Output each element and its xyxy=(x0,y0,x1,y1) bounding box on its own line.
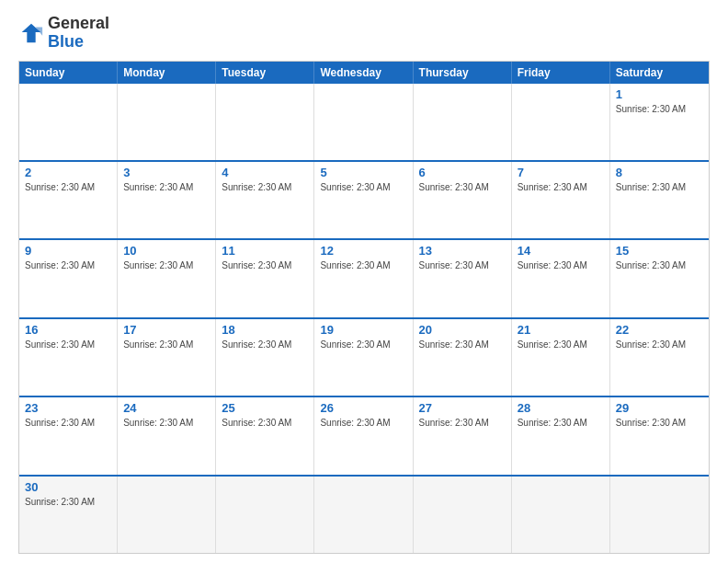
cell-sunrise-info: Sunrise: 2:30 AM xyxy=(222,260,291,270)
cell-day-number: 24 xyxy=(123,401,210,415)
cal-cell xyxy=(414,84,512,160)
svg-marker-0 xyxy=(22,24,41,43)
cell-sunrise-info: Sunrise: 2:30 AM xyxy=(320,418,390,428)
cal-cell: 27Sunrise: 2:30 AM xyxy=(414,397,512,474)
calendar-week-3: 9Sunrise: 2:30 AM10Sunrise: 2:30 AM11Sun… xyxy=(19,238,709,316)
cal-cell: 30Sunrise: 2:30 AM xyxy=(19,477,118,553)
cal-cell xyxy=(512,84,610,160)
cal-cell xyxy=(314,477,413,553)
cal-cell: 17Sunrise: 2:30 AM xyxy=(118,319,216,396)
cell-sunrise-info: Sunrise: 2:30 AM xyxy=(518,182,587,192)
cal-cell xyxy=(314,84,413,160)
cell-day-number: 18 xyxy=(222,323,308,337)
cal-cell: 20Sunrise: 2:30 AM xyxy=(414,319,512,396)
cal-cell: 28Sunrise: 2:30 AM xyxy=(512,397,610,474)
cell-day-number: 7 xyxy=(518,166,604,179)
cal-cell: 2Sunrise: 2:30 AM xyxy=(19,162,118,238)
cell-day-number: 4 xyxy=(222,166,308,179)
cal-cell: 11Sunrise: 2:30 AM xyxy=(216,240,314,316)
cell-day-number: 29 xyxy=(616,401,703,415)
cell-day-number: 14 xyxy=(518,244,604,258)
calendar-week-4: 16Sunrise: 2:30 AM17Sunrise: 2:30 AM18Su… xyxy=(19,317,709,396)
cell-day-number: 17 xyxy=(123,323,210,337)
logo: General Blue xyxy=(18,15,109,52)
cal-cell: 23Sunrise: 2:30 AM xyxy=(19,397,118,474)
cal-cell: 7Sunrise: 2:30 AM xyxy=(512,162,610,238)
cell-sunrise-info: Sunrise: 2:30 AM xyxy=(419,339,489,350)
cell-day-number: 27 xyxy=(419,401,506,415)
cal-cell xyxy=(118,84,216,160)
cal-cell: 18Sunrise: 2:30 AM xyxy=(216,319,314,396)
cell-sunrise-info: Sunrise: 2:30 AM xyxy=(616,260,686,270)
cal-cell xyxy=(216,84,314,160)
cell-sunrise-info: Sunrise: 2:30 AM xyxy=(25,260,95,270)
calendar-body: 1Sunrise: 2:30 AM2Sunrise: 2:30 AM3Sunri… xyxy=(19,84,709,553)
cal-cell: 10Sunrise: 2:30 AM xyxy=(118,240,216,316)
cal-cell: 29Sunrise: 2:30 AM xyxy=(610,397,709,474)
cal-cell: 1Sunrise: 2:30 AM xyxy=(610,84,709,160)
calendar: Sunday Monday Tuesday Wednesday Thursday… xyxy=(18,61,710,554)
cell-sunrise-info: Sunrise: 2:30 AM xyxy=(123,260,193,270)
cell-day-number: 8 xyxy=(616,166,703,179)
cell-day-number: 1 xyxy=(616,87,703,101)
cal-cell: 3Sunrise: 2:30 AM xyxy=(118,162,216,238)
cell-day-number: 21 xyxy=(518,323,604,337)
cell-day-number: 16 xyxy=(25,323,111,337)
cal-cell xyxy=(512,477,610,553)
cell-sunrise-info: Sunrise: 2:30 AM xyxy=(616,182,686,192)
header-saturday: Saturday xyxy=(610,62,709,84)
cal-cell: 12Sunrise: 2:30 AM xyxy=(314,240,413,316)
cal-cell: 8Sunrise: 2:30 AM xyxy=(610,162,709,238)
calendar-week-6: 30Sunrise: 2:30 AM xyxy=(19,475,709,553)
cell-sunrise-info: Sunrise: 2:30 AM xyxy=(222,339,291,350)
header-wednesday: Wednesday xyxy=(314,62,413,84)
cell-sunrise-info: Sunrise: 2:30 AM xyxy=(616,104,686,114)
cell-sunrise-info: Sunrise: 2:30 AM xyxy=(25,418,95,428)
cell-sunrise-info: Sunrise: 2:30 AM xyxy=(616,339,686,350)
cal-cell: 16Sunrise: 2:30 AM xyxy=(19,319,118,396)
cell-day-number: 3 xyxy=(123,166,210,179)
cal-cell: 21Sunrise: 2:30 AM xyxy=(512,319,610,396)
calendar-week-1: 1Sunrise: 2:30 AM xyxy=(19,84,709,160)
cal-cell xyxy=(414,477,512,553)
cal-cell: 22Sunrise: 2:30 AM xyxy=(610,319,709,396)
cell-sunrise-info: Sunrise: 2:30 AM xyxy=(320,260,390,270)
cell-day-number: 30 xyxy=(25,480,111,494)
cell-day-number: 28 xyxy=(518,401,604,415)
cell-day-number: 19 xyxy=(320,323,406,337)
cell-sunrise-info: Sunrise: 2:30 AM xyxy=(222,418,291,428)
cell-sunrise-info: Sunrise: 2:30 AM xyxy=(320,182,390,192)
cell-sunrise-info: Sunrise: 2:30 AM xyxy=(222,182,291,192)
cal-cell: 9Sunrise: 2:30 AM xyxy=(19,240,118,316)
cal-cell: 19Sunrise: 2:30 AM xyxy=(314,319,413,396)
cal-cell xyxy=(216,477,314,553)
header-row: General Blue xyxy=(18,15,710,52)
cell-sunrise-info: Sunrise: 2:30 AM xyxy=(518,260,587,270)
calendar-week-2: 2Sunrise: 2:30 AM3Sunrise: 2:30 AM4Sunri… xyxy=(19,160,709,238)
cell-day-number: 13 xyxy=(419,244,506,258)
cell-day-number: 10 xyxy=(123,244,210,258)
cell-day-number: 2 xyxy=(25,166,111,179)
cell-sunrise-info: Sunrise: 2:30 AM xyxy=(419,418,489,428)
cal-cell: 5Sunrise: 2:30 AM xyxy=(314,162,413,238)
cell-sunrise-info: Sunrise: 2:30 AM xyxy=(25,339,95,350)
cal-cell: 15Sunrise: 2:30 AM xyxy=(610,240,709,316)
cell-day-number: 11 xyxy=(222,244,308,258)
cell-sunrise-info: Sunrise: 2:30 AM xyxy=(616,418,686,428)
header-sunday: Sunday xyxy=(19,62,118,84)
cell-sunrise-info: Sunrise: 2:30 AM xyxy=(518,339,587,350)
logo-icon xyxy=(18,20,44,46)
logo-text: General Blue xyxy=(48,15,109,52)
cal-cell: 26Sunrise: 2:30 AM xyxy=(314,397,413,474)
cal-cell: 25Sunrise: 2:30 AM xyxy=(216,397,314,474)
cell-sunrise-info: Sunrise: 2:30 AM xyxy=(419,260,489,270)
cell-sunrise-info: Sunrise: 2:30 AM xyxy=(320,339,390,350)
cell-day-number: 26 xyxy=(320,401,406,415)
cell-sunrise-info: Sunrise: 2:30 AM xyxy=(518,418,587,428)
cell-day-number: 9 xyxy=(25,244,111,258)
cal-cell: 14Sunrise: 2:30 AM xyxy=(512,240,610,316)
cell-sunrise-info: Sunrise: 2:30 AM xyxy=(25,497,95,507)
cal-cell: 24Sunrise: 2:30 AM xyxy=(118,397,216,474)
calendar-header: Sunday Monday Tuesday Wednesday Thursday… xyxy=(19,62,709,84)
cal-cell: 13Sunrise: 2:30 AM xyxy=(414,240,512,316)
